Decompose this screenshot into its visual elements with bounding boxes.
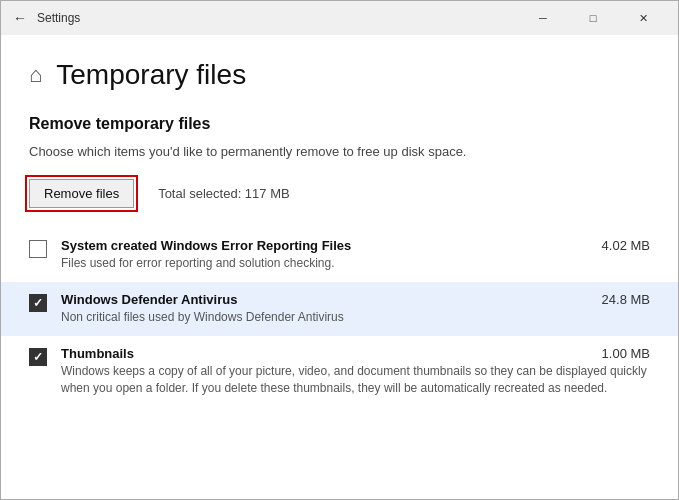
file-header-1: Windows Defender Antivirus24.8 MB (61, 292, 650, 307)
checkbox-wrapper-1 (29, 294, 47, 312)
home-icon: ⌂ (29, 62, 42, 88)
file-size-0: 4.02 MB (602, 238, 650, 253)
action-row: Remove files Total selected: 117 MB (29, 179, 650, 208)
maximize-button[interactable]: □ (570, 7, 616, 29)
file-item-2: Thumbnails1.00 MBWindows keeps a copy of… (29, 336, 650, 407)
minimize-button[interactable]: ─ (520, 7, 566, 29)
file-desc-1: Non critical files used by Windows Defen… (61, 309, 650, 326)
file-info-2: Thumbnails1.00 MBWindows keeps a copy of… (61, 346, 650, 397)
section-title: Remove temporary files (29, 115, 650, 133)
close-button[interactable]: ✕ (620, 7, 666, 29)
file-list: System created Windows Error Reporting F… (29, 228, 650, 406)
titlebar: ← Settings ─ □ ✕ (1, 1, 678, 35)
content-area: ⌂ Temporary files Remove temporary files… (1, 35, 678, 499)
checkbox-2[interactable] (29, 348, 47, 366)
titlebar-controls: ─ □ ✕ (520, 7, 666, 29)
file-name-0: System created Windows Error Reporting F… (61, 238, 351, 253)
checkbox-0[interactable] (29, 240, 47, 258)
remove-files-button[interactable]: Remove files (29, 179, 134, 208)
file-info-0: System created Windows Error Reporting F… (61, 238, 650, 272)
file-size-1: 24.8 MB (602, 292, 650, 307)
file-name-1: Windows Defender Antivirus (61, 292, 237, 307)
page-title: Temporary files (56, 59, 246, 91)
file-desc-0: Files used for error reporting and solut… (61, 255, 650, 272)
file-size-2: 1.00 MB (602, 346, 650, 361)
file-info-1: Windows Defender Antivirus24.8 MBNon cri… (61, 292, 650, 326)
page-title-row: ⌂ Temporary files (29, 59, 650, 91)
back-button[interactable]: ← (13, 10, 27, 26)
checkbox-wrapper-0 (29, 240, 47, 258)
titlebar-left: ← Settings (13, 10, 80, 26)
checkbox-wrapper-2 (29, 348, 47, 366)
file-header-0: System created Windows Error Reporting F… (61, 238, 650, 253)
file-desc-2: Windows keeps a copy of all of your pict… (61, 363, 650, 397)
file-item-0: System created Windows Error Reporting F… (29, 228, 650, 282)
titlebar-title: Settings (37, 11, 80, 25)
file-name-2: Thumbnails (61, 346, 134, 361)
total-selected-label: Total selected: 117 MB (158, 186, 290, 201)
checkbox-1[interactable] (29, 294, 47, 312)
section-description: Choose which items you'd like to permane… (29, 143, 650, 161)
file-header-2: Thumbnails1.00 MB (61, 346, 650, 361)
file-item-1: Windows Defender Antivirus24.8 MBNon cri… (1, 282, 678, 336)
